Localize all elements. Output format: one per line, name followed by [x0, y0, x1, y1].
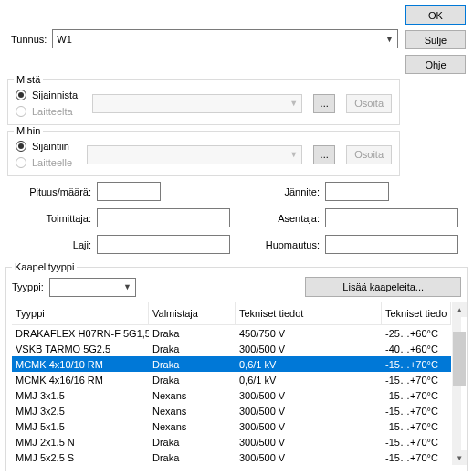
chevron-down-icon: ▼ [385, 35, 394, 44]
asentaja-label: Asentaja: [236, 213, 325, 224]
table-cell: MCMK 4x10/10 RM [12, 358, 149, 371]
mihin-label-sijaintiin: Sijaintiin [32, 141, 69, 152]
laji-label: Laji: [7, 239, 97, 250]
table-cell: 300/500 V [236, 420, 382, 433]
table-row[interactable]: MMJ 3x2.5Nexans300/500 V-15…+70°C [12, 403, 451, 418]
col-tekniset1[interactable]: Tekniset tiedot [236, 302, 382, 324]
mista-osoita-button: Osoita [346, 94, 392, 113]
pituus-label: Pituus/määrä: [7, 186, 97, 197]
table-row[interactable]: MMJ 2x1.5 NDraka300/500 V-15…+70°C [12, 434, 451, 450]
mista-radio-sijainnista[interactable] [16, 90, 26, 100]
kt-title: Kaapelityyppi [12, 261, 77, 272]
tunnus-label: Tunnus: [11, 34, 47, 45]
col-tyyppi[interactable]: Tyyppi [12, 302, 149, 324]
col-tekniset2[interactable]: Tekniset tiedo [382, 302, 451, 324]
mista-combo[interactable]: ▼ [92, 94, 302, 113]
mista-group: Mistä Sijainnista Laitteelta ▼ ... Osoit… [7, 79, 400, 125]
table-cell: Nexans [149, 405, 236, 418]
mihin-osoita-button: Osoita [346, 145, 392, 164]
table-scrollbar[interactable]: ▲ ▼ [451, 302, 461, 465]
table-cell: Nexans [149, 389, 236, 402]
tunnus-select[interactable]: W1 ▼ [52, 29, 398, 48]
help-button[interactable]: Ohje [405, 55, 466, 74]
chevron-down-icon: ▼ [289, 150, 298, 159]
lisaa-kaapeleita-button[interactable]: Lisää kaapeleita... [305, 277, 461, 297]
table-cell: Draka [149, 327, 236, 340]
table-row[interactable]: DRAKAFLEX H07RN-F 5G1,5Draka450/750 V-25… [12, 325, 451, 341]
mihin-label-laitteelle: Laitteelle [32, 157, 72, 168]
table-cell: -15…+70°C [382, 358, 451, 371]
table-cell: -15…+70°C [382, 436, 451, 449]
table-cell: MCMK 4x16/16 RM [12, 374, 149, 386]
table-cell: 450/750 V [236, 327, 382, 340]
mihin-title: Mihin [14, 125, 43, 136]
table-row[interactable]: MCMK 4x10/10 RMDraka0,6/1 kV-15…+70°C [12, 356, 451, 372]
mihin-group: Mihin Sijaintiin Laitteelle ▼ ... Osoita [7, 131, 400, 176]
table-cell: Draka [149, 451, 236, 464]
jannite-input[interactable] [325, 182, 389, 201]
table-cell: MMJ 5x1.5 [12, 420, 149, 433]
table-cell: 0,6/1 kV [236, 358, 382, 371]
table-cell: DRAKAFLEX H07RN-F 5G1,5 [12, 327, 149, 340]
tyyppi-label: Tyyppi: [12, 281, 44, 292]
tyyppi-select[interactable]: ▼ [49, 278, 136, 297]
table-cell: MMJ 3x1.5 [12, 389, 149, 402]
table-cell: -15…+70°C [382, 389, 451, 402]
mihin-radio-sijaintiin[interactable] [16, 141, 26, 152]
mihin-ellipsis-button[interactable]: ... [313, 145, 335, 164]
laji-input[interactable] [97, 235, 230, 254]
scroll-up-icon[interactable]: ▲ [452, 302, 467, 317]
kaapelityyppi-group: Kaapelityyppi Tyyppi: ▼ Lisää kaapeleita… [5, 267, 468, 471]
mista-label-sijainnista: Sijainnista [32, 90, 78, 100]
scroll-down-icon[interactable]: ▼ [452, 450, 467, 465]
table-cell: Draka [149, 358, 236, 371]
toimittaja-input[interactable] [97, 208, 230, 227]
table-row[interactable]: VSKB TARMO 5G2.5Draka300/500 V-40…+60°C [12, 341, 451, 356]
table-cell: MMJ 5x2.5 S [12, 451, 149, 464]
table-cell: 300/500 V [236, 343, 382, 355]
table-cell: -15…+70°C [382, 405, 451, 418]
table-cell: MMJ 2x1.5 N [12, 436, 149, 449]
table-cell: Draka [149, 436, 236, 449]
mista-title: Mistä [14, 74, 43, 85]
table-cell: 300/500 V [236, 389, 382, 402]
mista-label-laitteelta: Laitteelta [32, 106, 73, 117]
ok-button[interactable]: OK [405, 5, 466, 25]
chevron-down-icon: ▼ [289, 99, 298, 108]
table-cell: Draka [149, 374, 236, 386]
chevron-down-icon: ▼ [123, 282, 131, 291]
table-cell: -15…+70°C [382, 451, 451, 464]
table-cell: Draka [149, 343, 236, 355]
table-row[interactable]: MMJ 5x1.5Nexans300/500 V-15…+70°C [12, 418, 451, 434]
table-cell: 300/500 V [236, 405, 382, 418]
jannite-label: Jännite: [236, 186, 325, 197]
scroll-thumb[interactable] [453, 332, 466, 386]
table-row[interactable]: MCMK 4x16/16 RMDraka0,6/1 kV-15…+70°C [12, 372, 451, 387]
table-cell: -40…+60°C [382, 343, 451, 355]
asentaja-input[interactable] [325, 208, 458, 227]
table-cell: VSKB TARMO 5G2.5 [12, 343, 149, 355]
mista-radio-laitteelta[interactable] [16, 106, 26, 117]
mihin-combo[interactable]: ▼ [87, 145, 302, 164]
table-cell: 0,6/1 kV [236, 374, 382, 386]
table-cell: 300/500 V [236, 436, 382, 449]
pituus-input[interactable] [97, 182, 161, 201]
huomautus-label: Huomautus: [236, 239, 325, 250]
table-row[interactable]: MMJ 5x2.5 SDraka300/500 V-15…+70°C [12, 450, 451, 465]
table-cell: -25…+60°C [382, 327, 451, 340]
table-cell: Nexans [149, 420, 236, 433]
mista-ellipsis-button[interactable]: ... [313, 94, 335, 113]
table-cell: -15…+70°C [382, 420, 451, 433]
table-cell: 300/500 V [236, 451, 382, 464]
huomautus-input[interactable] [325, 235, 458, 254]
tunnus-value: W1 [57, 34, 72, 45]
table-cell: -15…+70°C [382, 374, 451, 386]
toimittaja-label: Toimittaja: [7, 213, 97, 224]
cable-table: Tyyppi Valmistaja Tekniset tiedot Teknis… [12, 302, 451, 465]
table-cell: MMJ 3x2.5 [12, 405, 149, 418]
table-row[interactable]: MMJ 3x1.5Nexans300/500 V-15…+70°C [12, 387, 451, 403]
mihin-radio-laitteelle[interactable] [16, 157, 26, 168]
col-valmistaja[interactable]: Valmistaja [149, 302, 236, 324]
close-button[interactable]: Sulje [405, 30, 466, 49]
